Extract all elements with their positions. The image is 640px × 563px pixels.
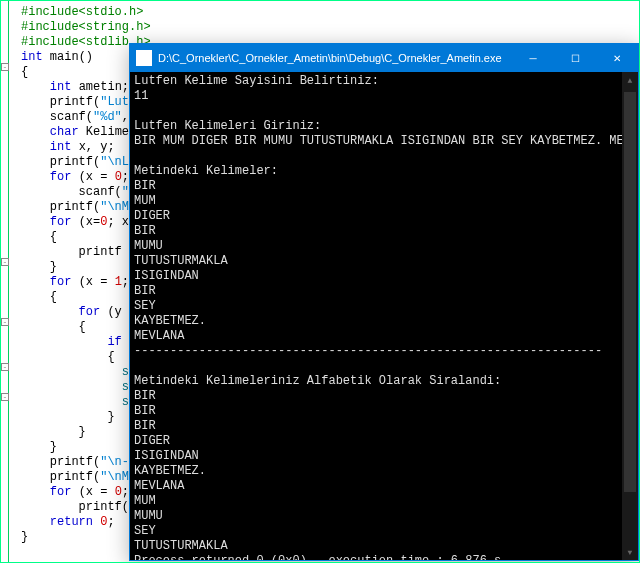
- console-output[interactable]: Lutfen Kelime Sayisini Belirtiniz: 11 Lu…: [130, 72, 638, 560]
- vertical-scrollbar[interactable]: ▲ ▼: [622, 72, 638, 560]
- scrollbar-thumb[interactable]: [624, 92, 636, 492]
- minimize-icon: ─: [529, 53, 536, 64]
- window-title: D:\C_Ornekler\C_Ornekler_Ametin\bin\Debu…: [158, 52, 512, 64]
- scroll-down-icon[interactable]: ▼: [622, 544, 638, 560]
- maximize-button[interactable]: ☐: [554, 44, 596, 72]
- minimize-button[interactable]: ─: [512, 44, 554, 72]
- scroll-up-icon[interactable]: ▲: [622, 72, 638, 88]
- console-window: D:\C_Ornekler\C_Ornekler_Ametin\bin\Debu…: [129, 43, 639, 561]
- titlebar[interactable]: D:\C_Ornekler\C_Ornekler_Ametin\bin\Debu…: [130, 44, 638, 72]
- close-icon: ✕: [613, 53, 621, 64]
- close-button[interactable]: ✕: [596, 44, 638, 72]
- maximize-icon: ☐: [571, 53, 580, 64]
- code-line: #include<string.h>: [9, 20, 639, 35]
- code-line: #include<stdio.h>: [9, 5, 639, 20]
- app-icon: [136, 50, 152, 66]
